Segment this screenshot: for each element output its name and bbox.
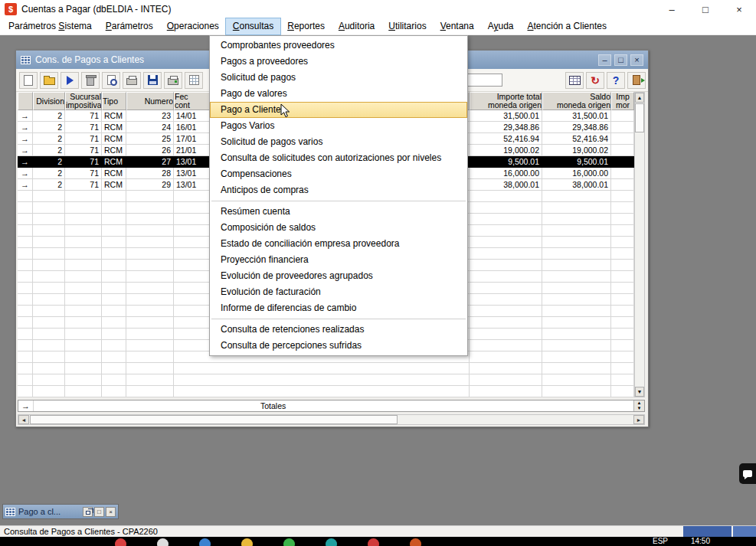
cell[interactable]	[18, 225, 33, 237]
cell[interactable]	[65, 340, 102, 351]
cell[interactable]: 71	[65, 110, 102, 122]
cell[interactable]: 71	[65, 122, 102, 133]
cell[interactable]	[611, 225, 634, 237]
cell[interactable]	[611, 191, 634, 202]
preview-button[interactable]	[102, 72, 120, 89]
cell[interactable]	[65, 237, 102, 248]
cell[interactable]	[542, 306, 611, 317]
open-button[interactable]	[40, 72, 58, 89]
cell[interactable]	[611, 110, 634, 122]
menu-item-consulta-de-retenciones-realizadas[interactable]: Consulta de retenciones realizadas	[210, 322, 467, 338]
cell[interactable]	[102, 248, 126, 260]
cell[interactable]	[102, 351, 126, 363]
cell[interactable]	[65, 202, 102, 214]
cell[interactable]	[542, 386, 611, 397]
cell[interactable]: →	[18, 179, 33, 191]
cell[interactable]: 71	[65, 133, 102, 145]
cell[interactable]	[102, 214, 126, 225]
child-minimize-button[interactable]: –	[598, 54, 611, 66]
taskbar-icon[interactable]	[241, 538, 253, 546]
cell[interactable]	[18, 329, 33, 340]
cell[interactable]	[542, 271, 611, 283]
menu-reportes[interactable]: Reportes	[280, 18, 332, 34]
cell[interactable]: 24	[126, 122, 174, 133]
cell[interactable]	[470, 283, 542, 294]
taskbar-icon[interactable]	[283, 538, 295, 546]
titlebar[interactable]: $ Cuentas a Pagar (dbELDIA - INTEC) – □ …	[0, 0, 756, 18]
menu-ayuda[interactable]: Ayuda	[481, 18, 521, 34]
cell[interactable]: 38,000.01	[470, 179, 542, 191]
cell[interactable]	[18, 271, 33, 283]
cell[interactable]	[542, 363, 611, 374]
cell[interactable]	[174, 386, 470, 397]
cell[interactable]	[33, 374, 65, 386]
cell[interactable]	[542, 237, 611, 248]
cell[interactable]	[611, 202, 634, 214]
save-button[interactable]	[143, 72, 162, 89]
cell[interactable]: 27	[126, 156, 174, 168]
vertical-scrollbar[interactable]: ▲ ▼	[634, 92, 645, 397]
cell[interactable]	[126, 237, 174, 248]
cell[interactable]	[611, 248, 634, 260]
menu-item-pagos-varios[interactable]: Pagos Varios	[210, 118, 467, 134]
horizontal-scroll-thumb[interactable]	[30, 415, 398, 424]
cell[interactable]	[65, 374, 102, 386]
cell[interactable]	[33, 294, 65, 306]
cell[interactable]	[102, 271, 126, 283]
cell[interactable]	[470, 386, 542, 397]
column-header-numero[interactable]: Numero	[126, 92, 174, 110]
cell[interactable]: 71	[65, 168, 102, 179]
cell[interactable]	[611, 340, 634, 351]
cell[interactable]: →	[18, 145, 33, 156]
scroll-right-icon[interactable]: ►	[633, 415, 644, 424]
scroll-up-icon[interactable]: ▲	[635, 93, 644, 103]
cell[interactable]	[611, 374, 634, 386]
menu-item-anticipos-de-compras[interactable]: Anticipos de compras	[210, 182, 467, 198]
taskbar-icon[interactable]	[368, 538, 379, 546]
cell[interactable]	[126, 386, 174, 397]
cell[interactable]	[33, 248, 65, 260]
cell[interactable]	[611, 294, 634, 306]
cell[interactable]	[126, 260, 174, 271]
row-indicator-header[interactable]	[18, 92, 33, 110]
menu-item-comprobantes-proveedores[interactable]: Comprobantes proveedores	[210, 38, 467, 54]
cell[interactable]	[33, 260, 65, 271]
menu-item-proyección-financiera[interactable]: Proyección financiera	[210, 252, 467, 268]
menu-item-estado-de-conciliación-empresa-proveedora[interactable]: Estado de conciliación empresa proveedor…	[210, 236, 467, 252]
cell[interactable]	[33, 283, 65, 294]
cell[interactable]	[542, 294, 611, 306]
cell[interactable]	[542, 329, 611, 340]
cell[interactable]: 28	[126, 168, 174, 179]
cell[interactable]	[611, 363, 634, 374]
cell[interactable]	[65, 271, 102, 283]
cell[interactable]: 2	[33, 179, 65, 191]
cell[interactable]	[102, 340, 126, 351]
cell[interactable]	[102, 329, 126, 340]
cell[interactable]	[65, 248, 102, 260]
taskbar-language[interactable]: ESP	[653, 537, 668, 546]
cell[interactable]: →	[18, 156, 33, 168]
cell[interactable]	[470, 202, 542, 214]
cell[interactable]	[18, 283, 33, 294]
cell[interactable]	[542, 214, 611, 225]
cell[interactable]: →	[18, 110, 33, 122]
cell[interactable]: 9,500.01	[542, 156, 611, 168]
menu-item-resúmen-cuenta[interactable]: Resúmen cuenta	[210, 204, 467, 220]
cell[interactable]	[611, 260, 634, 271]
cell[interactable]	[33, 237, 65, 248]
cell[interactable]: 31,500.01	[542, 110, 611, 122]
menu-item-evolución-de-facturación[interactable]: Evolución de facturación	[210, 284, 467, 300]
cell[interactable]	[126, 363, 174, 374]
cell[interactable]	[33, 317, 65, 329]
cell[interactable]	[126, 294, 174, 306]
cell[interactable]	[18, 260, 33, 271]
menu-operaciones[interactable]: Operaciones	[160, 18, 226, 34]
scroll-left-icon[interactable]: ◄	[18, 415, 29, 424]
cell[interactable]: 52,416.94	[470, 133, 542, 145]
cell[interactable]	[611, 214, 634, 225]
cell[interactable]: 2	[33, 168, 65, 179]
cell[interactable]	[102, 283, 126, 294]
menu-item-informe-de-diferencias-de-cambio[interactable]: Informe de diferencias de cambio	[210, 300, 467, 316]
cell[interactable]	[65, 329, 102, 340]
vertical-scroll-thumb[interactable]	[635, 103, 644, 132]
